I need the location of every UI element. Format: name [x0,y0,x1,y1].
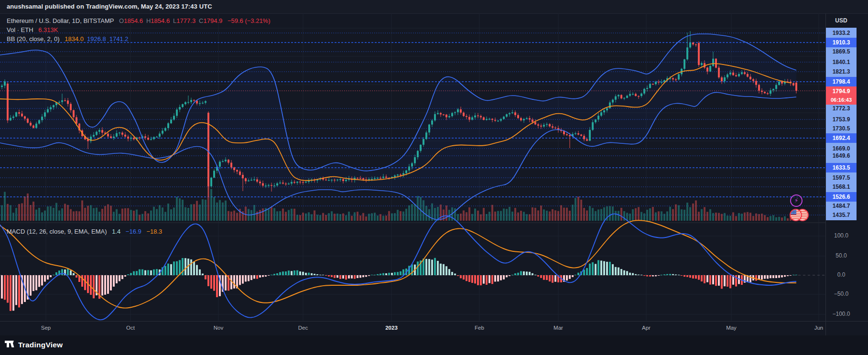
volume-label: Vol · ETH [7,26,33,33]
macd-axis-label: 100.0 [826,232,857,239]
volume-value: 6.313K [38,26,58,33]
month-label: May [726,325,737,331]
month-label: Mar [553,325,563,331]
tradingview-published-chart: anushsamal published on TradingView.com,… [0,0,868,355]
price-axis-label: 1821.3 [826,67,857,76]
month-label: Apr [642,325,651,331]
month-label: Dec [298,325,308,331]
macd-axis-label: −100.0 [826,311,857,317]
main-chart-svg[interactable] [0,13,825,321]
price-axis-label: 1484.7 [826,201,857,211]
macd-label: MACD (12, 26, close, 9, EMA, EMA) [7,228,107,235]
month-label: Nov [214,325,223,331]
publication-text: anushsamal published on TradingView.com,… [7,3,212,10]
time-axis[interactable]: SepOctNovDec2023FebMarAprMayJun [0,321,868,336]
us-flag-event-icon[interactable] [790,209,802,221]
bb-legend-row[interactable]: BB (20, close, 2, 0) 1834.01926.81741.2 [7,35,128,43]
month-label: Oct [126,325,135,331]
tradingview-logo-text: TradingView [18,341,63,349]
lightning-event-icon[interactable]: ⚡ [790,194,803,207]
bb-label: BB (20, close, 2, 0) [7,35,60,43]
month-label: Feb [475,325,484,331]
symbol-title: Ethereum / U.S. Dollar, 1D, BITSTAMP [7,17,114,24]
macd-axis-label: 50.0 [826,252,857,259]
price-axis-label: 1692.4 [826,133,857,143]
macd-axis-label: 0.0 [826,271,857,278]
price-axis-label: 1840.1 [826,57,857,67]
price-axis-label: 1933.2 [826,28,857,38]
price-axis-label: 1568.1 [826,182,857,192]
macd-hist-value: 1.4 [112,228,120,235]
price-axis-label: 1730.5 [826,124,857,133]
price-axis-label: 1597.5 [826,173,857,183]
month-label: Sep [41,325,51,331]
macd-line-value: −16.9 [126,228,141,235]
publication-header: anushsamal published on TradingView.com,… [0,0,868,14]
price-axis-label: 1798.4 [826,77,857,86]
price-axis-label: 1869.5 [826,47,857,56]
tradingview-logo-icon [5,341,15,349]
flag-canton [791,210,796,215]
price-axis-label: 1435.7 [826,210,857,220]
tradingview-logo[interactable]: TradingView [5,340,63,350]
month-label: 2023 [385,325,398,331]
macd-axis-label: −50.0 [826,290,857,297]
symbol-legend-row[interactable]: Ethereum / U.S. Dollar, 1D, BITSTAMP O18… [7,17,271,24]
macd-signal-value: −18.3 [146,228,162,235]
bb-values: 1834.01926.81741.2 [65,35,128,43]
price-axis[interactable]: USD 1933.21910.31869.51840.11821.31798.4… [825,13,868,321]
volume-legend-row[interactable]: Vol · ETH 6.313K [7,26,58,33]
price-axis-label: 1772.3 [826,104,857,113]
ohlc-values: O1854.6H1854.6L1777.3C1794.9 [119,17,222,24]
price-axis-label: 1633.5 [826,163,857,172]
change-value: −59.6 (−3.21%) [228,17,271,24]
price-axis-label: 1910.3 [826,38,857,47]
price-axis-label: 1753.9 [826,115,857,124]
footer-bar: TradingView [0,335,868,355]
macd-legend-row[interactable]: MACD (12, 26, close, 9, EMA, EMA) 1.4 −1… [7,228,162,235]
currency-label: USD [826,17,857,24]
current-price-label: 1794.906:16:43 [826,86,857,105]
price-axis-label: 1649.6 [826,151,857,161]
month-label: Jun [814,325,824,331]
axis-separator [825,322,826,336]
price-axis-label: 1526.6 [826,192,857,202]
